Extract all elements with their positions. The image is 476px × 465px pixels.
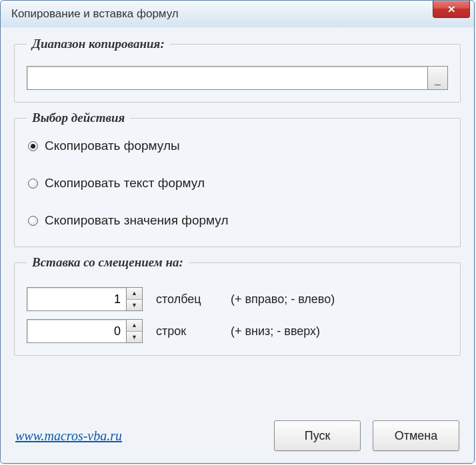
column-offset-hint: (+ вправо; - влево) <box>231 292 335 306</box>
close-icon: ✕ <box>447 3 456 15</box>
radio-icon <box>28 141 38 151</box>
radio-copy-formulas[interactable]: Скопировать формулы <box>28 139 447 153</box>
offset-row-rows: ▲ ▼ строк (+ вниз; - вверх) <box>27 319 448 343</box>
chevron-up-icon: ▲ <box>131 322 137 328</box>
column-spinner: ▲ ▼ <box>27 287 143 311</box>
radio-icon <box>28 216 38 226</box>
offset-legend: Вставка со смещением на: <box>27 255 189 270</box>
row-offset-hint: (+ вниз; - вверх) <box>231 324 320 338</box>
radio-icon <box>28 179 38 189</box>
dialog-content: Диапазон копирования: _ Выбор действия С… <box>1 27 474 463</box>
radio-copy-formula-text[interactable]: Скопировать текст формул <box>28 176 447 191</box>
group-copy-range: Диапазон копирования: _ <box>14 37 461 103</box>
column-offset-up[interactable]: ▲ <box>127 288 142 300</box>
radio-label: Скопировать значения формул <box>45 213 228 228</box>
dialog-window: Копирование и вставка формул ✕ Диапазон … <box>0 0 475 464</box>
column-offset-input[interactable] <box>27 287 127 311</box>
chevron-down-icon: ▼ <box>131 334 137 340</box>
column-offset-down[interactable]: ▼ <box>127 300 142 311</box>
website-link[interactable]: www.macros-vba.ru <box>15 428 262 444</box>
window-title: Копирование и вставка формул <box>11 7 179 21</box>
spinner-buttons: ▲ ▼ <box>127 287 143 311</box>
range-picker-button[interactable]: _ <box>428 66 448 90</box>
radio-label: Скопировать формулы <box>45 139 180 153</box>
offset-row-columns: ▲ ▼ столбец (+ вправо; - влево) <box>27 287 448 311</box>
row-offset-label: строк <box>156 324 216 338</box>
group-offset: Вставка со смещением на: ▲ ▼ столбец (+ … <box>14 255 461 356</box>
radio-group: Скопировать формулы Скопировать текст фо… <box>27 135 448 234</box>
close-button[interactable]: ✕ <box>433 1 470 18</box>
range-input[interactable] <box>27 66 428 90</box>
cancel-button[interactable]: Отмена <box>373 420 459 451</box>
row-offset-down[interactable]: ▼ <box>127 332 142 343</box>
footer: www.macros-vba.ru Пуск Отмена <box>14 416 461 451</box>
range-picker-icon: _ <box>435 75 441 87</box>
spinner-buttons: ▲ ▼ <box>127 319 143 343</box>
row-spinner: ▲ ▼ <box>27 319 143 343</box>
radio-copy-formula-values[interactable]: Скопировать значения формул <box>28 213 447 228</box>
row-offset-input[interactable] <box>27 319 127 343</box>
group-action: Выбор действия Скопировать формулы Скопи… <box>14 111 461 247</box>
copy-range-legend: Диапазон копирования: <box>27 37 170 51</box>
action-legend: Выбор действия <box>27 111 130 125</box>
range-input-wrap: _ <box>27 66 448 90</box>
column-offset-label: столбец <box>156 292 216 306</box>
chevron-down-icon: ▼ <box>131 302 137 308</box>
run-button[interactable]: Пуск <box>274 420 361 451</box>
radio-label: Скопировать текст формул <box>45 176 205 191</box>
radio-dot-icon <box>31 144 35 149</box>
chevron-up-icon: ▲ <box>131 290 137 296</box>
row-offset-up[interactable]: ▲ <box>127 320 142 332</box>
titlebar: Копирование и вставка формул ✕ <box>1 1 474 27</box>
